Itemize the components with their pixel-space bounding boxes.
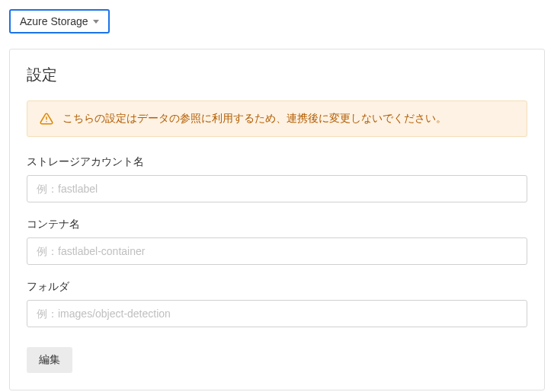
- storage-provider-dropdown[interactable]: Azure Storage: [9, 9, 110, 33]
- warning-alert: こちらの設定はデータの参照に利用するため、連携後に変更しないでください。: [27, 100, 527, 137]
- folder-group: フォルダ: [27, 280, 527, 327]
- storage-account-label: ストレージアカウント名: [27, 155, 527, 169]
- card-title: 設定: [27, 65, 527, 85]
- folder-label: フォルダ: [27, 280, 527, 294]
- storage-account-group: ストレージアカウント名: [27, 155, 527, 202]
- settings-card: 設定 こちらの設定はデータの参照に利用するため、連携後に変更しないでください。 …: [9, 49, 545, 390]
- container-label: コンテナ名: [27, 218, 527, 231]
- edit-button[interactable]: 編集: [27, 347, 72, 373]
- dropdown-label: Azure Storage: [20, 15, 88, 27]
- folder-input[interactable]: [27, 300, 527, 327]
- chevron-down-icon: [93, 20, 99, 24]
- warning-icon: [40, 112, 53, 126]
- container-group: コンテナ名: [27, 218, 527, 265]
- container-input[interactable]: [27, 237, 527, 265]
- storage-account-input[interactable]: [27, 175, 527, 202]
- alert-text: こちらの設定はデータの参照に利用するため、連携後に変更しないでください。: [62, 112, 447, 126]
